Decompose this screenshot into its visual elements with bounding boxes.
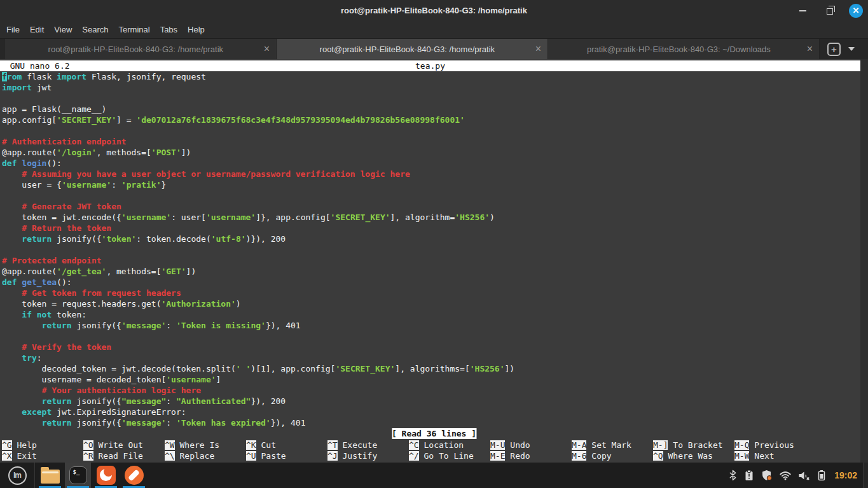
code-line [2, 125, 860, 136]
nano-shortcut-undo: M-U Undo [490, 440, 572, 450]
taskbar-app-terminal[interactable]: $_ [65, 463, 91, 488]
terminal-tab-3[interactable]: pratik@pratik-HP-EliteBook-840-G3: ~/Dow… [548, 39, 820, 59]
close-button[interactable]: ✕ [849, 4, 863, 18]
minimize-button[interactable] [794, 3, 811, 19]
code-line: return jsonify({"message": "Authenticate… [2, 396, 860, 407]
tab-label: root@pratik-HP-EliteBook-840-G3: /home/p… [283, 45, 532, 54]
postman-icon [125, 466, 144, 485]
nano-shortcut-replace: ^\ Replace [165, 450, 246, 461]
code-line: # Generate JWT token [2, 201, 860, 212]
nano-shortcut-cut: ^K Cut [246, 440, 327, 450]
nano-shortcut-justify: ^J Justify [327, 450, 409, 461]
shield-update-icon[interactable] [761, 470, 773, 481]
code-line: token = request.headers.get('Authorizati… [2, 298, 860, 309]
text-cursor: f [2, 72, 7, 81]
code-line: # Your authentication logic here [2, 385, 860, 396]
taskbar-app-postman[interactable] [121, 463, 147, 488]
firefox-icon [97, 466, 116, 485]
menu-item-terminal[interactable]: Terminal [114, 22, 155, 37]
code-line: @app.route('/get_tea', methods=['GET']) [2, 266, 860, 277]
nano-title-bar: GNU nano 6.2 tea.py [0, 60, 860, 71]
nano-shortcut-bar: ^G Help^O Write Out^W Where Is^K Cut^T E… [2, 440, 860, 461]
menubar: File Edit View Search Terminal Tabs Help [0, 21, 868, 38]
nano-shortcut-to-bracket: M-] To Bracket [653, 440, 734, 450]
taskbar: lm $_ [0, 463, 868, 488]
nano-shortcut-paste: ^U Paste [246, 450, 327, 461]
code-line: import jwt [2, 82, 860, 93]
code-line: # Verify the token [2, 342, 860, 352]
code-line: # Protected endpoint [2, 255, 860, 266]
mint-logo-icon: lm [8, 466, 27, 485]
menu-item-help[interactable]: Help [183, 22, 210, 37]
clock[interactable]: 19:02 [834, 470, 857, 480]
wifi-icon[interactable] [780, 470, 791, 480]
maximize-button[interactable] [822, 3, 838, 19]
nano-shortcut-previous: M-Q Previous [734, 440, 816, 450]
code-line: from flask import Flask, jsonify, reques… [2, 71, 860, 82]
code-line: # Assuming you have a user object or use… [2, 169, 860, 179]
code-line [2, 331, 860, 342]
nano-shortcut-next: M-W Next [734, 450, 816, 461]
window-controls: ✕ [794, 0, 863, 21]
close-icon: ✕ [853, 6, 860, 15]
nano-shortcut-row: ^G Help^O Write Out^W Where Is^K Cut^T E… [2, 440, 860, 450]
tab-close-icon[interactable]: × [264, 44, 270, 54]
menu-item-edit[interactable]: Edit [25, 22, 49, 37]
nano-shortcut-write-out: ^O Write Out [83, 440, 165, 450]
code-line: def login(): [2, 158, 860, 169]
tab-bar: root@pratik-HP-EliteBook-840-G3: /home/p… [0, 38, 868, 59]
nano-filename: tea.py [0, 60, 860, 71]
battery-icon[interactable] [817, 470, 826, 481]
menu-item-view[interactable]: View [49, 22, 77, 37]
terminal-scrollbar[interactable] [860, 59, 868, 463]
code-line: except jwt.ExpiredSignatureError: [2, 407, 860, 417]
nano-edit-area[interactable]: from flask import Flask, jsonify, reques… [2, 71, 860, 428]
menu-item-file[interactable]: File [1, 22, 25, 37]
code-line: @app.route('/login', methods=['POST']) [2, 147, 860, 158]
new-tab-button[interactable]: + [827, 43, 841, 56]
code-line: return jsonify({'message': 'Token is mis… [2, 320, 860, 331]
clipboard-icon[interactable] [744, 470, 754, 481]
code-line: user = {'username': 'pratik'} [2, 179, 860, 190]
volume-muted-icon[interactable] [798, 470, 810, 481]
code-line: # Authentication endpoint [2, 136, 860, 147]
nano-shortcut-copy: M-6 Copy [572, 450, 653, 461]
window-title: root@pratik-HP-EliteBook-840-G3: /home/p… [341, 6, 527, 15]
nano-shortcut-row: ^X Exit^R Read File^\ Replace^U Paste^J … [2, 450, 860, 461]
bluetooth-icon[interactable] [729, 470, 737, 481]
code-line: return jsonify({'token': token.decode('u… [2, 234, 860, 244]
nano-status-message: [ Read 36 lines ] [392, 428, 476, 439]
terminal-viewport[interactable]: GNU nano 6.2 tea.py from flask import Fl… [0, 59, 868, 463]
file-manager-icon [41, 470, 60, 484]
taskbar-app-firefox[interactable] [93, 463, 119, 488]
terminal-tab-2[interactable]: root@pratik-HP-EliteBook-840-G3: /home/p… [277, 39, 548, 59]
taskbar-app-files[interactable] [37, 463, 63, 488]
tab-label: root@pratik-HP-EliteBook-840-G3: /home/p… [11, 45, 260, 54]
nano-shortcut-where-is: ^W Where Is [165, 440, 246, 450]
nano-shortcut-set-mark: M-A Set Mark [572, 440, 653, 450]
tab-list: root@pratik-HP-EliteBook-840-G3: /home/p… [5, 39, 820, 59]
code-line: def get_tea(): [2, 277, 860, 288]
code-line [2, 244, 860, 255]
nano-shortcut-help: ^G Help [2, 440, 83, 450]
code-line: return jsonify({'message': 'Token has ex… [2, 417, 860, 428]
system-tray: 19:02 [729, 470, 864, 481]
window-titlebar: root@pratik-HP-EliteBook-840-G3: /home/p… [0, 0, 868, 21]
nano-shortcut-go-to-line: ^/ Go To Line [409, 450, 490, 461]
tab-close-icon[interactable]: × [535, 44, 541, 54]
tab-list-dropdown-icon[interactable] [848, 47, 855, 51]
code-line: token = jwt.encode({'username': user['us… [2, 212, 860, 223]
code-line: app.config['SECRET_KEY'] = 'de07012a76fc… [2, 115, 860, 125]
show-desktop-button[interactable] [864, 463, 868, 488]
menu-item-search[interactable]: Search [77, 22, 113, 37]
terminal-tab-1[interactable]: root@pratik-HP-EliteBook-840-G3: /home/p… [5, 39, 277, 59]
code-line: if not token: [2, 309, 860, 320]
code-line: app = Flask(__name__) [2, 104, 860, 115]
menu-item-tabs[interactable]: Tabs [155, 22, 183, 37]
tab-close-icon[interactable]: × [807, 44, 813, 54]
code-line: # Get token from request headers [2, 288, 860, 298]
code-line: # Return the token [2, 223, 860, 234]
code-line: try: [2, 352, 860, 363]
mint-menu-button[interactable]: lm [0, 463, 35, 488]
code-line [2, 190, 860, 201]
